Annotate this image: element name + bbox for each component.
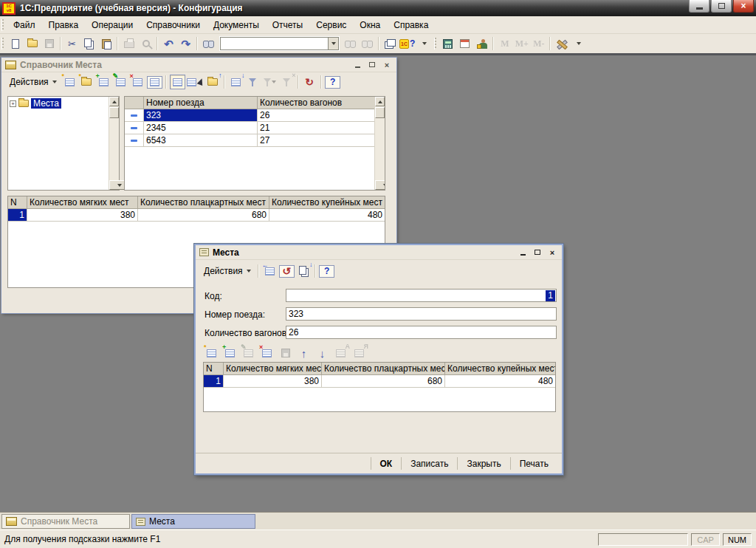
tab-catalog-mesta[interactable]: Справочник Места (1, 514, 130, 529)
help-1c-button[interactable]: 1С? (399, 36, 415, 51)
menu-help[interactable]: Справка (387, 18, 435, 32)
cell-train[interactable]: 6543 (144, 134, 258, 146)
dialog-close-button[interactable]: × (546, 247, 558, 258)
search-input[interactable] (220, 37, 328, 50)
column-header-coupe[interactable]: Количество купейных мест (269, 196, 385, 208)
cell-wagons[interactable]: 26 (258, 109, 385, 121)
write-button[interactable]: ↓ (296, 264, 312, 278)
copy-item-button[interactable]: + (96, 75, 111, 89)
memory-add-button[interactable]: M+ (514, 36, 529, 51)
cell-coupe[interactable]: 480 (269, 209, 385, 221)
scrollbar-thumb[interactable] (375, 107, 385, 118)
toolbar-grip[interactable] (1, 38, 4, 49)
copy-row-button[interactable]: + (222, 346, 238, 360)
add-row-button[interactable]: * (204, 346, 219, 360)
finish-edit-button[interactable] (278, 346, 293, 360)
cell-soft[interactable]: 380 (27, 209, 138, 221)
scroll-down-button[interactable] (375, 180, 385, 190)
wagons-count-field[interactable] (286, 326, 557, 339)
write-record-button[interactable]: Записать (401, 457, 457, 470)
cell-wagons[interactable]: 21 (258, 122, 385, 134)
train-number-field[interactable] (286, 307, 557, 321)
column-header-coupe[interactable]: Количество купейных мест (445, 363, 555, 374)
hierarchy-view-button[interactable] (170, 75, 185, 89)
column-header-n[interactable]: N (204, 363, 224, 374)
refresh-button[interactable]: ↻ (302, 75, 317, 89)
menu-edit[interactable]: Правка (42, 18, 86, 32)
reread-button[interactable]: ↺ (279, 265, 295, 278)
cell-platskart[interactable]: 680 (138, 209, 269, 221)
table-row[interactable]: 323 26 (125, 109, 385, 122)
column-header-soft[interactable]: Количество мягких мест (27, 196, 138, 208)
add-group-button[interactable]: * (79, 75, 94, 89)
calendar-button[interactable] (457, 36, 472, 51)
find-button[interactable] (201, 36, 216, 51)
help-button[interactable]: ? (319, 265, 334, 278)
code-field[interactable]: 1 (286, 289, 557, 302)
table-row[interactable]: 1 380 680 480 (204, 375, 555, 388)
print-button[interactable] (121, 36, 137, 51)
filter-by-value-button[interactable] (245, 75, 261, 89)
restore-button[interactable] (711, 0, 732, 13)
catalog-maximize-button[interactable] (366, 60, 378, 70)
ok-button[interactable]: ОК (371, 457, 402, 470)
table-row[interactable]: 1 380 680 480 (8, 209, 385, 222)
help-button[interactable]: ? (325, 76, 340, 89)
menu-service[interactable]: Сервис (309, 18, 353, 32)
toolbar-options-button[interactable] (571, 36, 586, 51)
actions-menu-button[interactable]: Действия (199, 264, 255, 278)
menu-documents[interactable]: Документы (207, 18, 266, 32)
menu-operations[interactable]: Операции (85, 18, 140, 32)
new-document-button[interactable] (7, 36, 23, 51)
scroll-up-button[interactable] (109, 97, 119, 106)
cell-soft[interactable]: 380 (224, 375, 322, 387)
print-preview-button[interactable] (138, 36, 154, 51)
cell-platskart[interactable]: 680 (322, 375, 445, 387)
catalog-minimize-button[interactable] (351, 60, 363, 70)
table-scrollbar[interactable] (374, 97, 385, 190)
close-button[interactable]: × (733, 0, 754, 13)
column-header-platskart[interactable]: Количество плацкартных мест (138, 196, 269, 208)
scroll-up-button[interactable] (375, 97, 385, 106)
memory-recall-button[interactable]: M (497, 36, 512, 51)
dialog-titlebar[interactable]: Места × (196, 245, 562, 260)
copy-button[interactable] (81, 36, 97, 51)
cell-train[interactable]: 2345 (144, 122, 258, 134)
open-editor-button[interactable] (147, 76, 162, 89)
cell-coupe[interactable]: 480 (445, 375, 555, 387)
paste-button[interactable] (98, 36, 114, 51)
go-to-list-button[interactable]: ← (262, 264, 278, 278)
minimize-button[interactable] (689, 0, 709, 13)
windows-list-button[interactable] (382, 36, 398, 51)
tree-scrollbar[interactable] (109, 97, 119, 190)
sort-order-button[interactable]: ↓ (228, 75, 244, 89)
service-settings-button[interactable] (554, 36, 569, 51)
dialog-minimize-button[interactable] (517, 247, 529, 258)
menu-catalogs[interactable]: Справочники (140, 18, 207, 32)
sort-descending-button[interactable]: Я (351, 346, 367, 360)
tree-item-mesta[interactable]: + Места (8, 97, 119, 110)
calculator-button[interactable] (440, 36, 456, 51)
table-row[interactable]: 2345 21 (125, 122, 385, 134)
edit-item-button[interactable]: ✎ (113, 75, 128, 89)
filter-history-button[interactable] (262, 75, 278, 89)
delete-row-button[interactable]: × (259, 346, 275, 360)
add-item-button[interactable]: * (62, 75, 78, 89)
column-header-wagons[interactable]: Количество вагонов (258, 97, 385, 109)
open-button[interactable] (24, 36, 40, 51)
catalog-close-button[interactable]: × (381, 60, 393, 70)
dialog-maximize-button[interactable] (532, 247, 543, 258)
go-up-level-button[interactable]: ↑ (205, 75, 221, 89)
menu-windows[interactable]: Окна (353, 18, 387, 32)
move-row-down-button[interactable]: ↓ (315, 346, 330, 360)
actions-menu-button[interactable]: Действия (5, 75, 61, 89)
delete-item-button[interactable]: × (130, 75, 145, 89)
toolbar-options-button[interactable] (416, 36, 432, 51)
clear-filter-button[interactable]: × (279, 75, 295, 89)
edit-row-button[interactable]: ✎ (241, 346, 256, 360)
column-header-train[interactable]: Номер поезда (144, 97, 258, 109)
move-row-up-button[interactable]: ↑ (296, 346, 312, 360)
close-form-button[interactable]: Закрыть (457, 457, 509, 470)
toolbar-grip[interactable] (1, 19, 4, 31)
undo-button[interactable]: ↶ (161, 36, 176, 51)
